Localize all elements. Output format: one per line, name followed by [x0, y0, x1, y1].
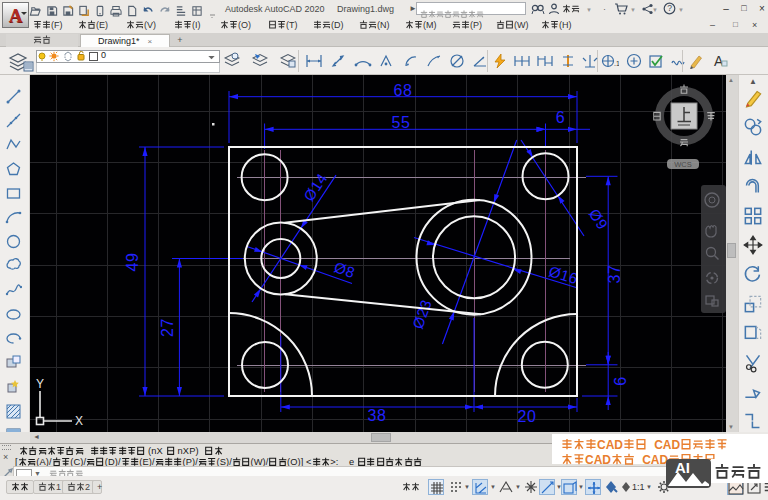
svg-text:X: X: [75, 414, 83, 428]
svg-text:Ø16: Ø16: [547, 262, 581, 287]
svg-text:55: 55: [392, 114, 411, 131]
svg-text:.1: .1: [614, 60, 619, 67]
svg-text:38: 38: [368, 407, 387, 424]
svg-text:Y: Y: [36, 377, 44, 391]
svg-text:WCS: WCS: [674, 160, 692, 169]
svg-text:49: 49: [124, 253, 141, 272]
svg-text:68: 68: [394, 82, 413, 99]
svg-text:Ø23: Ø23: [409, 297, 435, 331]
svg-text:Ø14: Ø14: [300, 170, 331, 204]
svg-text:20: 20: [518, 408, 537, 425]
svg-text:27: 27: [159, 318, 176, 337]
svg-text:37: 37: [606, 265, 623, 284]
svg-text:Ø9: Ø9: [586, 206, 612, 233]
svg-text:6: 6: [612, 376, 629, 385]
svg-text:?: ?: [667, 3, 672, 13]
svg-text:6: 6: [556, 109, 565, 126]
